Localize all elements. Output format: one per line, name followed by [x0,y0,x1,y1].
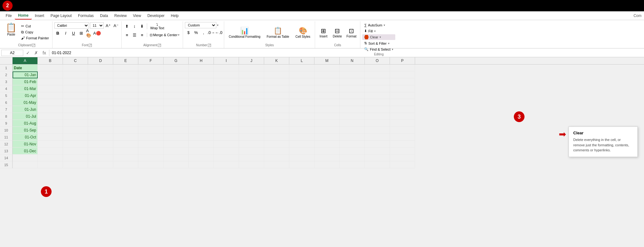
cell-a15[interactable] [13,161,38,168]
formula-check-icon[interactable]: ✓ [25,49,31,56]
cell-o6[interactable] [365,99,390,106]
cell-m9[interactable] [314,120,340,127]
font-color-button[interactable]: A🔴 [94,30,101,36]
cell-g8[interactable] [164,113,189,120]
formula-input[interactable] [51,50,643,56]
cell-m8[interactable] [314,113,340,120]
cell-h13[interactable] [189,148,214,154]
cell-g3[interactable] [164,78,189,85]
merge-dropdown-icon[interactable]: ▾ [178,33,180,36]
cell-j4[interactable] [239,85,264,92]
cell-a7[interactable]: 01-Jun [13,106,38,113]
cell-d2[interactable] [88,71,113,78]
cell-h9[interactable] [189,120,214,127]
align-left-button[interactable]: ≡ [124,31,130,38]
cell-b6[interactable] [38,99,63,106]
col-header-d[interactable]: D [88,57,113,64]
cell-p6[interactable] [390,99,415,106]
cell-n13[interactable] [340,148,365,154]
cell-i14[interactable] [214,154,239,161]
cell-p5[interactable] [390,92,415,99]
cell-p4[interactable] [390,85,415,92]
row-num-6[interactable]: 6 [0,99,13,106]
cell-l1[interactable] [289,65,314,71]
fill-color-button[interactable]: A🎨 [86,30,93,36]
cell-i1[interactable] [214,65,239,71]
cell-m10[interactable] [314,127,340,134]
menu-formulas[interactable]: Formulas [75,12,97,19]
cell-l14[interactable] [289,154,314,161]
cell-h5[interactable] [189,92,214,99]
cell-f7[interactable] [138,106,164,113]
cell-g7[interactable] [164,106,189,113]
cell-f12[interactable] [138,141,164,148]
cell-d15[interactable] [88,161,113,168]
cell-p2[interactable] [390,71,415,78]
cell-p9[interactable] [390,120,415,127]
copy-button[interactable]: ⧉ Copy [20,29,50,35]
cell-b11[interactable] [38,134,63,141]
cell-m4[interactable] [314,85,340,92]
cell-h10[interactable] [189,127,214,134]
fill-button[interactable]: ⬇ Fill ▾ [362,28,395,34]
col-header-i[interactable]: I [214,57,239,64]
align-bottom-button[interactable]: ⬇ [139,23,146,30]
cell-o8[interactable] [365,113,390,120]
row-num-10[interactable]: 10 [0,127,13,134]
cell-n1[interactable] [340,65,365,71]
clear-dropdown-icon[interactable]: ▾ [380,36,381,39]
cell-o4[interactable] [365,85,390,92]
cut-button[interactable]: ✂ Cut [20,23,50,29]
cell-m5[interactable] [314,92,340,99]
cell-a3[interactable]: 01-Feb [13,78,38,85]
underline-button[interactable]: U [70,30,77,36]
cell-e8[interactable] [113,113,138,120]
cell-b3[interactable] [38,78,63,85]
cell-n15[interactable] [340,161,365,168]
cell-c2[interactable] [63,71,88,78]
cell-m15[interactable] [314,161,340,168]
cell-c7[interactable] [63,106,88,113]
cell-j5[interactable] [239,92,264,99]
cell-j1[interactable] [239,65,264,71]
cell-k13[interactable] [264,148,289,154]
cell-i8[interactable] [214,113,239,120]
cell-c6[interactable] [63,99,88,106]
menu-file[interactable]: File [3,12,15,19]
cell-d5[interactable] [88,92,113,99]
percent-button[interactable]: % [192,29,199,36]
cell-l12[interactable] [289,141,314,148]
cell-b2[interactable] [38,71,63,78]
cell-k6[interactable] [264,99,289,106]
col-header-o[interactable]: O [365,57,390,64]
cell-e15[interactable] [113,161,138,168]
increase-font-button[interactable]: A⁺ [105,22,112,29]
cell-a5[interactable]: 01-Apr [13,92,38,99]
italic-button[interactable]: I [62,30,69,36]
clear-button[interactable]: Clear ▾ [362,34,395,40]
cell-d8[interactable] [88,113,113,120]
cell-p15[interactable] [390,161,415,168]
cell-h14[interactable] [189,154,214,161]
fill-dropdown-icon[interactable]: ▾ [374,30,376,33]
cell-n10[interactable] [340,127,365,134]
align-top-button[interactable]: ⬆ [124,23,130,30]
cell-a1[interactable]: Date [13,65,38,71]
cell-f5[interactable] [138,92,164,99]
cell-l8[interactable] [289,113,314,120]
decrease-font-button[interactable]: A⁻ [113,22,119,29]
col-header-f[interactable]: F [138,57,164,64]
cell-e11[interactable] [113,134,138,141]
cell-d6[interactable] [88,99,113,106]
col-header-n[interactable]: N [340,57,365,64]
align-middle-button[interactable]: ↕ [131,23,138,30]
cell-d9[interactable] [88,120,113,127]
cell-l6[interactable] [289,99,314,106]
cell-j9[interactable] [239,120,264,127]
cell-h2[interactable] [189,71,214,78]
cell-n9[interactable] [340,120,365,127]
number-dropdown-icon[interactable]: ▾ [217,24,219,27]
cell-f10[interactable] [138,127,164,134]
cell-c10[interactable] [63,127,88,134]
cell-o15[interactable] [365,161,390,168]
